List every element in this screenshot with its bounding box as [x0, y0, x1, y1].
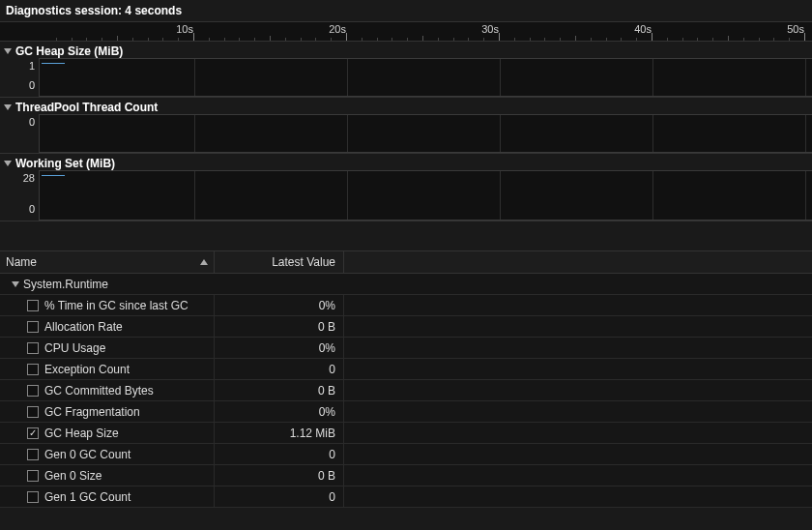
counter-name-label: CPU Usage: [44, 341, 105, 355]
counter-name-label: Exception Count: [44, 363, 130, 376]
ruler-tick-minor: [759, 38, 760, 41]
table-row[interactable]: Allocation Rate0 B: [0, 316, 812, 338]
table-row[interactable]: Gen 1 GC Count0: [0, 486, 812, 508]
ruler-tick-minor: [392, 38, 392, 41]
gridline: [500, 171, 501, 220]
ruler-tick-minor: [636, 38, 637, 41]
counter-checkbox[interactable]: [27, 300, 39, 311]
session-header: Diagnostics session: 4 seconds: [0, 0, 812, 22]
chart-title[interactable]: ThreadPool Thread Count: [0, 98, 812, 114]
counter-name-cell: GC Heap Size: [0, 423, 215, 443]
ruler-tick-minor: [575, 36, 576, 41]
counters-table: Name Latest Value System.Runtime% Time i…: [0, 250, 812, 530]
ruler-tick-minor: [162, 38, 163, 41]
table-row[interactable]: GC Committed Bytes0 B: [0, 380, 812, 401]
ruler-tick-minor: [239, 38, 240, 41]
chart-title-label: ThreadPool Thread Count: [15, 101, 158, 114]
column-header-name[interactable]: Name: [0, 251, 215, 273]
chart-title[interactable]: GC Heap Size (MiB): [0, 42, 812, 58]
chart-plot-area[interactable]: [39, 58, 812, 97]
ruler-tick-major: [193, 33, 194, 41]
counter-name-label: GC Fragmentation: [44, 405, 140, 419]
column-header-name-label: Name: [6, 255, 37, 269]
y-tick-label: 0: [29, 116, 35, 128]
ruler-tick-minor: [621, 38, 622, 41]
ruler-tick-minor: [331, 38, 332, 41]
ruler-tick-minor: [514, 38, 515, 41]
counter-name-cell: Gen 0 GC Count: [0, 444, 215, 464]
counter-value-cell: 0%: [215, 338, 344, 358]
table-row[interactable]: Gen 0 GC Count0: [0, 444, 812, 465]
counter-name-cell: Gen 0 Size: [0, 465, 215, 486]
gridline: [500, 115, 501, 152]
ruler-tick-minor: [86, 38, 87, 41]
chart-gc-heap: GC Heap Size (MiB)10: [0, 42, 812, 98]
y-tick-label: 1: [29, 60, 35, 72]
ruler-tick-minor: [209, 38, 210, 41]
table-row[interactable]: % Time in GC since last GC0%: [0, 295, 812, 316]
spacer: [0, 221, 812, 250]
ruler-tick-minor: [362, 38, 362, 41]
chart-y-axis: 280: [0, 170, 39, 221]
counter-name-label: GC Committed Bytes: [44, 384, 154, 398]
sort-ascending-icon: [200, 259, 208, 265]
counter-name-label: Gen 0 GC Count: [44, 448, 130, 461]
table-row[interactable]: Gen 0 Size0 B: [0, 465, 812, 486]
sparkline: [42, 175, 65, 176]
counter-checkbox[interactable]: [27, 342, 39, 354]
table-row[interactable]: CPU Usage0%: [0, 338, 812, 359]
gridline: [652, 115, 653, 152]
table-row[interactable]: Exception Count0: [0, 359, 812, 380]
counter-checkbox[interactable]: [27, 321, 39, 333]
counter-name-cell: CPU Usage: [0, 338, 215, 358]
chart-y-axis: 10: [0, 58, 39, 97]
chart-ws: Working Set (MiB)280: [0, 154, 812, 221]
y-tick-label: 0: [29, 203, 35, 215]
counter-value-cell: 0%: [215, 401, 344, 422]
chart-plot-area[interactable]: [39, 170, 812, 221]
counter-name-cell: Exception Count: [0, 359, 215, 379]
ruler-tick-minor: [422, 36, 423, 41]
gridline: [805, 59, 806, 96]
chart-title[interactable]: Working Set (MiB): [0, 154, 812, 170]
counter-checkbox[interactable]: [27, 364, 39, 375]
ruler-tick-minor: [102, 38, 102, 41]
column-header-value[interactable]: Latest Value: [215, 251, 344, 273]
counter-value-cell: 0%: [215, 295, 344, 315]
table-row[interactable]: GC Fragmentation0%: [0, 401, 812, 423]
ruler-tick-minor: [285, 38, 286, 41]
y-tick-label: 0: [29, 79, 35, 91]
gridline: [652, 171, 653, 220]
counter-group-row[interactable]: System.Runtime: [0, 274, 812, 295]
ruler-tick-minor: [438, 38, 439, 41]
ruler-tick-minor: [773, 38, 774, 41]
y-tick-label: 28: [23, 172, 35, 184]
counter-checkbox[interactable]: [27, 427, 39, 439]
counter-checkbox[interactable]: [27, 470, 39, 482]
counter-name-label: Gen 1 GC Count: [44, 490, 130, 504]
ruler-tick-major: [652, 33, 652, 41]
sparkline: [42, 63, 65, 64]
counter-name-cell: GC Committed Bytes: [0, 380, 215, 400]
ruler-label: 30s: [481, 23, 499, 35]
ruler-tick-minor: [407, 38, 408, 41]
chart-title-label: Working Set (MiB): [15, 157, 115, 170]
chart-plot-area[interactable]: [39, 114, 812, 153]
counter-group-label: System.Runtime: [23, 278, 108, 291]
counter-checkbox[interactable]: [27, 406, 39, 418]
ruler-tick-minor: [483, 38, 484, 41]
counter-name-cell: Allocation Rate: [0, 316, 215, 337]
chart-threads: ThreadPool Thread Count0: [0, 98, 812, 154]
ruler-tick-minor: [591, 38, 592, 41]
counter-checkbox[interactable]: [27, 449, 39, 460]
counter-checkbox[interactable]: [27, 491, 39, 503]
timeline-ruler[interactable]: 10s20s30s40s50s: [0, 22, 812, 42]
ruler-tick-major: [346, 33, 347, 41]
ruler-tick-minor: [377, 38, 378, 41]
table-row[interactable]: GC Heap Size1.12 MiB: [0, 423, 812, 444]
chevron-down-icon: [4, 104, 12, 110]
gridline: [194, 171, 195, 220]
gridline: [194, 59, 195, 96]
counter-checkbox[interactable]: [27, 385, 39, 397]
ruler-tick-minor: [270, 36, 271, 41]
